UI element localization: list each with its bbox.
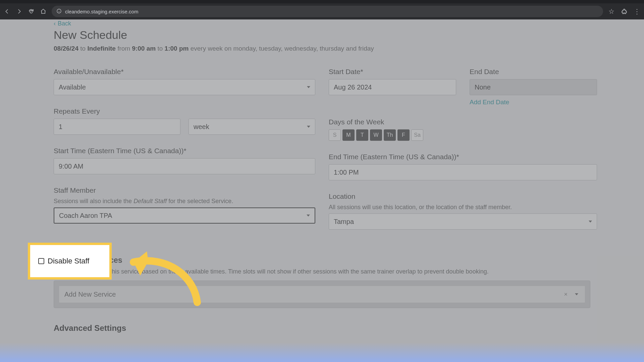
staff-value: Coach Aaron TPA bbox=[59, 212, 112, 220]
end-time-input[interactable]: 1:00 PM bbox=[329, 164, 597, 180]
day-button-th[interactable]: Th bbox=[384, 129, 396, 141]
chevron-down-icon bbox=[575, 293, 578, 295]
chevron-left-icon: ‹ bbox=[54, 20, 56, 27]
reload-icon[interactable] bbox=[28, 8, 35, 15]
bottom-gradient bbox=[0, 343, 644, 362]
back-link-text: Back bbox=[58, 20, 71, 27]
day-button-s[interactable]: S bbox=[329, 129, 341, 141]
end-date-label: End Date bbox=[470, 68, 597, 76]
chrome-menu-icon[interactable]: ⋮ bbox=[633, 8, 641, 15]
url-bar[interactable]: cleandemo.staging.exercise.com bbox=[52, 6, 603, 17]
location-label: Location bbox=[329, 192, 597, 200]
location-helper: All sessions will use this location, or … bbox=[329, 204, 597, 211]
chevron-down-icon bbox=[307, 86, 310, 88]
forward-icon[interactable] bbox=[15, 8, 23, 15]
start-date-label: Start Date* bbox=[329, 68, 456, 76]
chevron-down-icon bbox=[307, 126, 310, 128]
repeats-label: Repeats Every bbox=[54, 107, 315, 115]
end-date-value: None bbox=[475, 83, 491, 91]
day-button-sa[interactable]: Sa bbox=[411, 129, 423, 141]
clear-icon[interactable]: × bbox=[564, 291, 568, 298]
extensions-icon[interactable] bbox=[621, 8, 628, 15]
day-button-m[interactable]: M bbox=[342, 129, 355, 141]
staff-select[interactable]: Coach Aaron TPA bbox=[54, 207, 315, 224]
staff-label: Staff Member bbox=[54, 186, 315, 194]
location-select[interactable]: Tampa bbox=[329, 214, 597, 230]
page-title: New Schedule bbox=[54, 28, 590, 42]
repeats-unit-value: week bbox=[194, 123, 209, 131]
start-time-value: 9:00 AM bbox=[59, 163, 83, 170]
repeats-number-input[interactable]: 1 bbox=[54, 119, 180, 135]
end-date-input: None bbox=[470, 79, 597, 95]
day-button-t[interactable]: T bbox=[356, 129, 368, 141]
day-button-f[interactable]: F bbox=[397, 129, 410, 141]
repeats-number-value: 1 bbox=[59, 123, 62, 131]
start-time-input[interactable]: 9:00 AM bbox=[54, 158, 315, 174]
disable-staff-highlight: Disable Staff bbox=[28, 243, 112, 280]
url-text: cleandemo.staging.exercise.com bbox=[65, 9, 138, 14]
chevron-down-icon bbox=[589, 221, 592, 223]
back-link[interactable]: ‹ Back bbox=[54, 19, 590, 27]
repeats-unit-select[interactable]: week bbox=[189, 119, 315, 135]
add-service-placeholder: Add New Service bbox=[64, 291, 116, 298]
bookmark-star-icon[interactable]: ☆ bbox=[608, 8, 615, 15]
add-end-date-link[interactable]: Add End Date bbox=[470, 99, 509, 106]
annotation-arrow-icon bbox=[117, 242, 211, 309]
end-time-label: End Time (Eastern Time (US & Canada))* bbox=[329, 153, 597, 161]
available-value: Available bbox=[59, 83, 86, 91]
chevron-down-icon bbox=[307, 215, 310, 217]
site-info-icon[interactable] bbox=[56, 8, 62, 15]
end-time-value: 1:00 PM bbox=[334, 169, 359, 176]
location-value: Tampa bbox=[334, 218, 354, 226]
disable-staff-label: Disable Staff bbox=[48, 257, 89, 265]
start-time-label: Start Time (Eastern Time (US & Canada))* bbox=[54, 147, 315, 155]
schedule-summary: 08/26/24 to Indefinite from 9:00 am to 1… bbox=[54, 45, 590, 52]
days-of-week: SMTWThFSa bbox=[329, 129, 597, 141]
disable-staff-checkbox[interactable] bbox=[38, 258, 44, 264]
start-date-input[interactable]: Aug 26 2024 bbox=[329, 79, 456, 95]
back-icon[interactable] bbox=[3, 8, 11, 15]
day-button-w[interactable]: W bbox=[370, 129, 382, 141]
available-label: Available/Unavailable* bbox=[54, 68, 315, 76]
advanced-settings-title: Advanced Settings bbox=[54, 323, 590, 333]
staff-helper: Sessions will also include the Default S… bbox=[54, 198, 315, 205]
available-select[interactable]: Available bbox=[54, 79, 315, 95]
home-icon[interactable] bbox=[40, 8, 47, 15]
days-label: Days of the Week bbox=[329, 118, 597, 126]
browser-toolbar: cleandemo.staging.exercise.com ☆ ⋮ bbox=[0, 3, 644, 19]
start-date-value: Aug 26 2024 bbox=[334, 83, 372, 91]
